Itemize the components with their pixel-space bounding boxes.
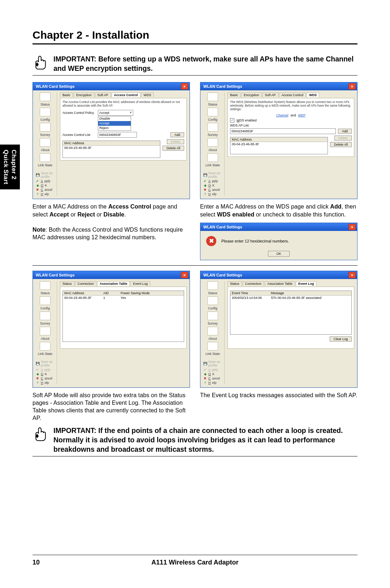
association-table[interactable]: MAC Address AID Power Saving Mode 00-04-… xyxy=(62,291,184,342)
config-icon[interactable] xyxy=(207,296,218,305)
tab-association-table[interactable]: Association Table xyxy=(97,281,130,286)
help-button[interactable]: ?Help xyxy=(203,192,222,196)
mac-row[interactable]: 00-04-23-46-85-3F xyxy=(63,146,93,150)
wds-desc: The WDS (Wireless Distribution System) f… xyxy=(230,100,352,111)
status-icon[interactable] xyxy=(40,93,51,101)
mac-list[interactable]: MAC Address 00-04-23-46-85-3F xyxy=(62,141,160,158)
dialog-titlebar[interactable]: WLAN Card Settings × xyxy=(33,82,190,90)
ac-policy-label: Access Control Policy xyxy=(62,111,96,115)
about-icon[interactable] xyxy=(40,327,51,335)
dialog-titlebar[interactable]: WLAN Card Settings × xyxy=(200,271,357,279)
add-button[interactable]: Add xyxy=(170,132,184,137)
tab-connection[interactable]: Connection xyxy=(75,281,97,286)
event-log-table[interactable]: Event Time Message 2004/02/13-14:54:06 S… xyxy=(230,291,352,335)
dialog-title: WLAN Card Settings xyxy=(203,273,242,277)
clear-log-button[interactable]: Clear Log xyxy=(330,336,352,342)
close-icon[interactable]: × xyxy=(181,272,188,278)
linkstate-icon[interactable] xyxy=(207,153,218,162)
table-row[interactable]: 2004/02/13-14:54:06 STA 00-04-23-46-85-3… xyxy=(230,296,351,300)
dialog-actions: 💾Save as profile ✔AApplypply ◆OK ✖Cancel… xyxy=(36,171,55,196)
survey-icon[interactable] xyxy=(207,123,218,132)
tab-status[interactable]: Status xyxy=(228,281,242,286)
survey-icon[interactable] xyxy=(40,123,51,132)
linkstate-icon[interactable] xyxy=(40,153,51,162)
tab-wds[interactable]: WDS xyxy=(307,93,319,97)
delete-all-button[interactable]: Delete All xyxy=(330,142,352,147)
cancel-button[interactable]: ✖Cancel xyxy=(36,188,55,192)
dialog-titlebar[interactable]: WLAN Card Settings × xyxy=(200,82,357,90)
ok-button[interactable]: ◆OK xyxy=(203,184,222,187)
tab-encryption[interactable]: Encryption xyxy=(241,93,262,97)
ok-button[interactable]: ◆OK xyxy=(203,372,222,376)
config-icon[interactable] xyxy=(40,296,51,305)
tab-access-control[interactable]: Access Control xyxy=(279,93,306,97)
ok-button[interactable]: ◆OK xyxy=(36,184,55,187)
status-icon[interactable] xyxy=(40,281,51,290)
status-icon[interactable] xyxy=(207,93,218,101)
cancel-button[interactable]: ✖Cancel xyxy=(203,377,222,380)
dropdown-option-disable[interactable]: Disable xyxy=(98,116,131,121)
tab-connection[interactable]: Connection xyxy=(243,281,264,286)
tab-basic[interactable]: Basic xyxy=(60,93,73,97)
config-icon[interactable] xyxy=(207,108,218,116)
mac-input[interactable]: 00042346853F xyxy=(98,132,137,138)
wds-mac-list[interactable]: MAC Address 00-04-23-46-85-3F xyxy=(230,137,328,154)
assoc-mac-header: MAC Address xyxy=(63,291,102,295)
mac-header: MAC Address xyxy=(63,141,160,145)
about-icon[interactable] xyxy=(207,327,218,335)
cancel-button[interactable]: ✖Cancel xyxy=(203,188,222,192)
channel-link[interactable]: Channel xyxy=(276,113,289,117)
delete-all-button[interactable]: Delete All xyxy=(162,146,184,151)
ok-button[interactable]: OK xyxy=(268,251,289,257)
dropdown-option-accept[interactable]: Accept xyxy=(98,121,131,126)
sidebar-item-label: Status xyxy=(208,103,217,106)
tab-event-log[interactable]: Event Log xyxy=(130,281,150,286)
cancel-button[interactable]: ✖Cancel xyxy=(36,377,55,380)
config-icon[interactable] xyxy=(40,108,51,116)
ac-policy-dropdown[interactable]: Accept xyxy=(98,110,133,116)
apply-button[interactable]: ✔AApplypply xyxy=(36,179,55,183)
sidebar-item-label: Link State xyxy=(205,163,220,167)
help-button[interactable]: ?Help xyxy=(203,381,222,385)
caption-eventlog: The Event Log tracks messages associated… xyxy=(200,391,358,422)
table-row[interactable]: 00-04-23-46-85-3F 1 Yes xyxy=(63,296,184,300)
tab-softap[interactable]: Soft AP xyxy=(263,93,278,97)
help-button[interactable]: ?Help xyxy=(36,192,55,196)
status-icon[interactable] xyxy=(207,281,218,290)
tab-access-control[interactable]: Access Control xyxy=(112,93,140,97)
dropdown-option-reject[interactable]: Reject xyxy=(98,126,131,130)
tab-softap[interactable]: Soft AP xyxy=(95,93,111,97)
add-button[interactable]: Add xyxy=(338,129,352,134)
wds-mac-input[interactable]: 00042346853F xyxy=(230,128,336,134)
ac-policy-dropdown-list[interactable]: Disable Accept Reject xyxy=(98,116,131,131)
dialog-title: WLAN Card Settings xyxy=(203,225,242,229)
ok-button[interactable]: ◆OK xyxy=(36,372,55,376)
sidebar-item-label: Survey xyxy=(40,322,50,325)
linkstate-icon[interactable] xyxy=(207,342,218,351)
help-button[interactable]: ?Help xyxy=(36,381,55,385)
wds-enabled-checkbox[interactable]: ✓ xyxy=(230,118,234,123)
sidebar-item-label: About xyxy=(208,337,217,340)
tab-status[interactable]: Status xyxy=(60,281,74,286)
close-icon[interactable]: × xyxy=(181,83,188,90)
survey-icon[interactable] xyxy=(40,312,51,320)
mac-row[interactable]: 00-04-23-46-85-3F xyxy=(230,142,261,146)
survey-icon[interactable] xyxy=(207,312,218,320)
dialog-titlebar[interactable]: WLAN Card Settings × xyxy=(200,223,357,231)
tab-encryption[interactable]: Encryption xyxy=(74,93,94,97)
status-tabs: Status Connection Association Table Even… xyxy=(228,281,354,286)
dialog-titlebar[interactable]: WLAN Card Settings × xyxy=(33,271,190,279)
mac-header: MAC Address xyxy=(230,137,328,142)
close-icon[interactable]: × xyxy=(348,83,356,90)
tab-association-table[interactable]: Association Table xyxy=(265,281,295,286)
tab-wds[interactable]: WDS xyxy=(141,93,154,97)
apply-button[interactable]: ✔Apply xyxy=(203,179,222,183)
linkstate-icon[interactable] xyxy=(40,342,51,351)
close-icon[interactable]: × xyxy=(348,272,356,278)
tab-event-log[interactable]: Event Log xyxy=(296,281,317,286)
tab-basic[interactable]: Basic xyxy=(228,93,240,97)
close-icon[interactable]: × xyxy=(348,224,356,230)
about-icon[interactable] xyxy=(207,138,218,147)
wep-link[interactable]: WEP xyxy=(298,113,306,117)
about-icon[interactable] xyxy=(40,138,51,147)
